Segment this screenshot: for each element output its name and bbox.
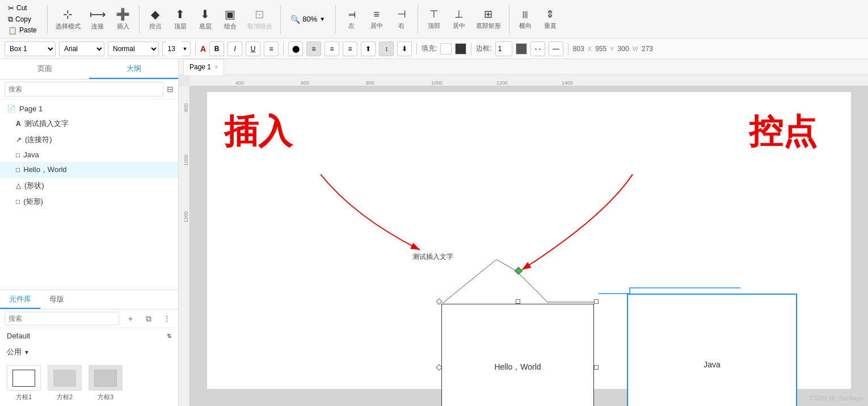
- tree-area: 📄 Page 1 A 测试插入文字 ↗ (连接符) □ Java □ Hello…: [0, 99, 178, 290]
- control-point-icon: ◆: [151, 7, 159, 21]
- top-layer-button[interactable]: ⬆ 顶层: [169, 6, 192, 32]
- tree-item-page1[interactable]: 📄 Page 1: [0, 102, 178, 116]
- align-middle-text-button[interactable]: ↕: [379, 41, 394, 56]
- page-1-tab[interactable]: Page 1 ×: [183, 59, 224, 75]
- text-icon: A: [16, 120, 21, 128]
- lib-section-common: 公用 ▼: [0, 344, 178, 361]
- tree-item-shape1[interactable]: △ (形状): [0, 178, 178, 194]
- library-items: 方框1 方框2 方框3: [0, 361, 178, 406]
- align-center-text-button[interactable]: ≡: [306, 41, 321, 56]
- distribute-h-button[interactable]: ⫼ 横向: [514, 7, 537, 31]
- tab-library[interactable]: 元件库: [0, 290, 40, 309]
- y-label: Y: [610, 45, 614, 52]
- bottom-layer-button[interactable]: ⬇ 底层: [194, 6, 217, 32]
- lib-thumb-2: [48, 365, 82, 391]
- lib-item-1[interactable]: 方框1: [7, 365, 41, 401]
- group-label: 组合: [224, 22, 237, 31]
- cut-button[interactable]: ✂ Cut: [5, 3, 40, 14]
- group-button[interactable]: ▣ 组合: [219, 6, 242, 32]
- tree-item-text1[interactable]: A 测试插入文字: [0, 116, 178, 132]
- bottom-layer-label: 底层: [199, 22, 212, 31]
- align-bottom-rect-button[interactable]: ⊞ 底部矩形: [473, 7, 504, 31]
- ruler-vertical: 800 1000 1200: [179, 86, 190, 406]
- copy-button[interactable]: ⧉ Copy: [5, 14, 40, 25]
- underline-button[interactable]: U: [246, 41, 260, 56]
- distribute-v-button[interactable]: ⇕ 垂直: [539, 7, 562, 31]
- insert-button[interactable]: ➕ 插入: [112, 6, 134, 32]
- lib-copy-button[interactable]: ⧉: [142, 312, 155, 325]
- align-middle-button[interactable]: ⊥ 居中: [448, 7, 470, 31]
- paste-button[interactable]: 📋 Paste: [5, 25, 40, 36]
- top-toolbar: ✂ Cut ⧉ Copy 📋 Paste ⊹ 选择模式 ⟼ 连接 ➕ 插入 ◆ …: [0, 0, 868, 39]
- style-select[interactable]: Normal: [108, 41, 159, 56]
- distribute-v-icon: ⇕: [546, 8, 554, 20]
- border-width-input[interactable]: [495, 41, 512, 56]
- hello-world-box[interactable]: Hello，World: [441, 304, 594, 406]
- top-layer-icon: ⬆: [175, 7, 185, 21]
- align-left-button[interactable]: ⫤ 左: [340, 7, 363, 31]
- lib-thumb-3: [89, 365, 123, 391]
- align-left-label: 左: [348, 22, 355, 30]
- page-tab-close-icon[interactable]: ×: [214, 64, 218, 70]
- sep-fmt5: [568, 43, 568, 55]
- library-search-input[interactable]: [5, 312, 119, 325]
- control-point-button[interactable]: ◆ 控点: [144, 6, 167, 32]
- text-label: 测试插入文字: [412, 252, 453, 262]
- select-mode-button[interactable]: ⊹ 选择模式: [52, 6, 84, 32]
- tab-outline[interactable]: 大纲: [89, 59, 178, 79]
- fill-color-black[interactable]: [455, 43, 466, 55]
- align-center-button[interactable]: ≡ 居中: [365, 7, 388, 31]
- shape-icon: △: [16, 182, 21, 190]
- connect-button[interactable]: ⟼ 连接: [86, 6, 109, 32]
- tree-item-conn1[interactable]: ↗ (连接符): [0, 132, 178, 148]
- align-left-text-button[interactable]: ⬤: [288, 41, 303, 56]
- tree-item-java1[interactable]: □ Java: [0, 148, 178, 162]
- zoom-control[interactable]: 🔍 80% ▼: [285, 14, 331, 25]
- ungroup-label: 取消组合: [247, 22, 272, 31]
- tree-item-rect1[interactable]: □ (矩形): [0, 194, 178, 210]
- size-input-wrapper[interactable]: ▼: [162, 41, 191, 56]
- java-shape[interactable]: Java: [627, 294, 797, 406]
- align-right-text-button[interactable]: ≡: [325, 41, 339, 56]
- align-top-text-button[interactable]: ⬆: [361, 41, 376, 56]
- tab-master[interactable]: 母版: [40, 290, 73, 309]
- bold-button[interactable]: B: [209, 41, 224, 56]
- handle-mr[interactable]: [594, 365, 599, 370]
- align-right-icon: ⊣: [397, 8, 406, 20]
- fill-color-empty[interactable]: [440, 43, 452, 55]
- arrow-ctrl-path: [522, 174, 633, 270]
- align-right-button[interactable]: ⊣ 右: [390, 7, 413, 31]
- handle-tm[interactable]: [516, 299, 520, 304]
- justify-text-button[interactable]: ≡: [343, 41, 357, 56]
- italic-button[interactable]: I: [227, 41, 242, 56]
- align-middle-label: 居中: [453, 22, 465, 30]
- outline-search-input[interactable]: [5, 82, 163, 97]
- font-size-input[interactable]: [166, 41, 183, 56]
- handle-tr[interactable]: [594, 299, 599, 304]
- tree-item-hello1[interactable]: □ Hello，World: [0, 162, 178, 178]
- ungroup-button[interactable]: ⊡ 取消组合: [244, 6, 276, 32]
- border-ends-button[interactable]: —: [549, 41, 563, 56]
- lib-add-button[interactable]: +: [124, 312, 137, 325]
- list-button[interactable]: ≡: [264, 41, 279, 56]
- paste-icon: 📋: [8, 26, 17, 35]
- format-toolbar: Box 1 Arial Normal ▼ A B I U ≡ ⬤ ≡ ≡ ≡ ⬆…: [0, 39, 868, 59]
- align-top-button[interactable]: ⊤ 顶部: [423, 7, 445, 31]
- rect-icon-hello: □: [16, 166, 20, 174]
- control-point-label: 控点: [149, 22, 162, 31]
- lib-item-2[interactable]: 方框2: [48, 365, 82, 401]
- border-color[interactable]: [516, 43, 527, 55]
- border-style-button[interactable]: - -: [530, 41, 545, 56]
- tab-pages[interactable]: 页面: [0, 59, 89, 79]
- lib-item-3[interactable]: 方框3: [89, 365, 123, 401]
- canvas-content[interactable]: 插入 控点: [190, 86, 868, 406]
- filter-icon[interactable]: ⊟: [167, 85, 174, 94]
- hello-world-shape-container[interactable]: Hello，World: [437, 299, 599, 406]
- align-bottom-rect-label: 底部矩形: [476, 22, 501, 30]
- lib-more-button[interactable]: ⋮: [160, 312, 174, 325]
- font-select[interactable]: Arial: [59, 41, 104, 56]
- ruler-v-800: 800: [183, 103, 189, 112]
- element-name-select[interactable]: Box 1: [5, 41, 56, 56]
- green-control-point[interactable]: [515, 267, 523, 275]
- align-bottom-text-button[interactable]: ⬇: [397, 41, 412, 56]
